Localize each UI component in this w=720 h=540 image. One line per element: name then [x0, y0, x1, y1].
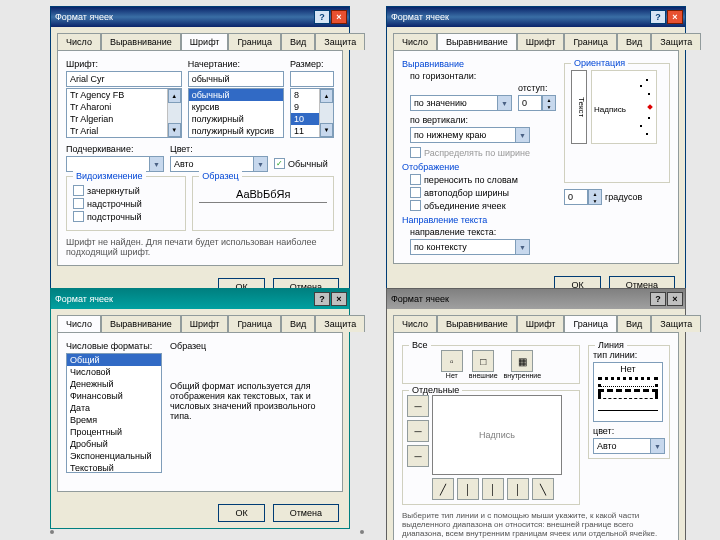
border-hint: Выберите тип линии и с помощью мыши укаж…	[402, 511, 670, 538]
preset-none[interactable]: ▫	[441, 350, 463, 372]
tab-align[interactable]: Выравнивание	[101, 33, 181, 50]
tab-fill[interactable]: Вид	[281, 315, 315, 332]
merge-checkbox[interactable]: объединение ячеек	[410, 200, 556, 211]
normal-checkbox[interactable]: ✓Обычный	[274, 158, 334, 169]
border-diag2[interactable]: ╲	[532, 478, 554, 500]
degrees-spinner[interactable]: ▲▼	[588, 189, 602, 205]
linecolor-combo[interactable]: Авто▼	[593, 438, 665, 454]
tab-border[interactable]: Граница	[564, 315, 617, 332]
font-scroll[interactable]: ▲▼	[167, 89, 181, 137]
tab-align[interactable]: Выравнивание	[437, 33, 517, 50]
ok-button[interactable]: ОК	[218, 504, 264, 522]
tab-number[interactable]: Число	[57, 33, 101, 50]
tab-number[interactable]: Число	[57, 315, 101, 332]
tab-fill[interactable]: Вид	[617, 33, 651, 50]
vertical-text-button[interactable]: Текст	[571, 70, 587, 144]
cancel-button[interactable]: Отмена	[273, 504, 339, 522]
tab-align[interactable]: Выравнивание	[101, 315, 181, 332]
vert-label: по вертикали:	[410, 115, 556, 125]
dialog-title: Формат ячеек	[391, 12, 449, 22]
tab-font[interactable]: Шрифт	[181, 315, 229, 332]
tab-border[interactable]: Граница	[564, 33, 617, 50]
indent-input[interactable]: 0	[518, 95, 542, 111]
tab-fill[interactable]: Вид	[281, 33, 315, 50]
dialog-title: Формат ячеек	[55, 294, 113, 304]
help-button[interactable]: ?	[650, 292, 666, 306]
tab-font[interactable]: Шрифт	[517, 33, 565, 50]
tab-font[interactable]: Шрифт	[517, 315, 565, 332]
border-bottom[interactable]: ─	[407, 445, 429, 467]
preview-title: Образец	[199, 171, 241, 181]
color-combo[interactable]: Авто▼	[170, 156, 268, 172]
preset-outer[interactable]: □	[472, 350, 494, 372]
chevron-down-icon: ▼	[515, 240, 529, 254]
display-title: Отображение	[402, 162, 556, 172]
titlebar: Формат ячеек ? ×	[387, 7, 685, 27]
tabstrip: Число Выравнивание Шрифт Граница Вид Защ…	[51, 27, 349, 50]
style-list[interactable]: обычный курсив полужирный полужирный кур…	[188, 88, 284, 138]
border-mid-h[interactable]: ─	[407, 420, 429, 442]
tab-font[interactable]: Шрифт	[181, 33, 229, 50]
horiz-label: по горизонтали:	[410, 71, 556, 81]
close-button[interactable]: ×	[331, 292, 347, 306]
vert-combo[interactable]: по нижнему краю▼	[410, 127, 530, 143]
help-button[interactable]: ?	[650, 10, 666, 24]
dir-label: направление текста:	[410, 227, 556, 237]
font-input[interactable]: Arial Cyr	[66, 71, 182, 87]
help-button[interactable]: ?	[314, 10, 330, 24]
super-checkbox[interactable]: надстрочный	[73, 198, 179, 209]
close-button[interactable]: ×	[667, 10, 683, 24]
help-button[interactable]: ?	[314, 292, 330, 306]
tab-number[interactable]: Число	[393, 33, 437, 50]
sub-checkbox[interactable]: подстрочный	[73, 211, 179, 222]
tab-align[interactable]: Выравнивание	[437, 315, 517, 332]
titlebar: Формат ячеек ? ×	[51, 289, 349, 309]
dir-title: Направление текста	[402, 215, 556, 225]
tab-protect[interactable]: Защита	[651, 315, 701, 332]
tab-protect[interactable]: Защита	[315, 33, 365, 50]
tab-border[interactable]: Граница	[228, 33, 281, 50]
indent-spinner[interactable]: ▲▼	[542, 95, 556, 111]
chevron-down-icon: ▼	[497, 96, 511, 110]
tab-border[interactable]: Граница	[228, 315, 281, 332]
dialog-title: Формат ячеек	[391, 294, 449, 304]
orientation-dial[interactable]: Надпись	[591, 70, 657, 144]
dir-combo[interactable]: по контексту▼	[410, 239, 530, 255]
align-title: Выравнивание	[402, 59, 556, 69]
strike-checkbox[interactable]: зачеркнутый	[73, 185, 179, 196]
category-list[interactable]: Общий Числовой Денежный Финансовый Дата …	[66, 353, 162, 473]
format-desc: Общий формат используется для отображени…	[170, 381, 334, 421]
tab-protect[interactable]: Защита	[315, 315, 365, 332]
orient-title: Ориентация	[571, 58, 628, 68]
dialog-title: Формат ячеек	[55, 12, 113, 22]
wrap-checkbox[interactable]: переносить по словам	[410, 174, 556, 185]
border-mid-v[interactable]: │	[482, 478, 504, 500]
tab-number[interactable]: Число	[393, 315, 437, 332]
size-input[interactable]	[290, 71, 334, 87]
sample-label: Образец	[170, 341, 334, 351]
underline-combo[interactable]: ▼	[66, 156, 164, 172]
border-right[interactable]: │	[507, 478, 529, 500]
border-top[interactable]: ─	[407, 395, 429, 417]
style-label: Начертание:	[188, 59, 284, 69]
size-list[interactable]: 8 9 10 11 ▲▼	[290, 88, 334, 138]
close-button[interactable]: ×	[331, 10, 347, 24]
line-title: Линия	[595, 340, 627, 350]
autofit-checkbox[interactable]: автоподбор ширины	[410, 187, 556, 198]
border-diag1[interactable]: ╱	[432, 478, 454, 500]
horiz-combo[interactable]: по значению▼	[410, 95, 512, 111]
size-scroll[interactable]: ▲▼	[319, 89, 333, 137]
tab-protect[interactable]: Защита	[651, 33, 701, 50]
tab-fill[interactable]: Вид	[617, 315, 651, 332]
preset-inner[interactable]: ▦	[511, 350, 533, 372]
linetype-list[interactable]: Нет	[593, 362, 663, 422]
degrees-input[interactable]: 0	[564, 189, 588, 205]
font-list[interactable]: Tr Agency FB Tr Aharoni Tr Algerian Tr A…	[66, 88, 182, 138]
distribute-checkbox: Распределять по ширине	[410, 147, 556, 158]
color-label: Цвет:	[170, 144, 268, 154]
presets-title: Все	[409, 340, 431, 350]
style-input[interactable]: обычный	[188, 71, 284, 87]
close-button[interactable]: ×	[667, 292, 683, 306]
border-left[interactable]: │	[457, 478, 479, 500]
titlebar: Формат ячеек ? ×	[51, 7, 349, 27]
